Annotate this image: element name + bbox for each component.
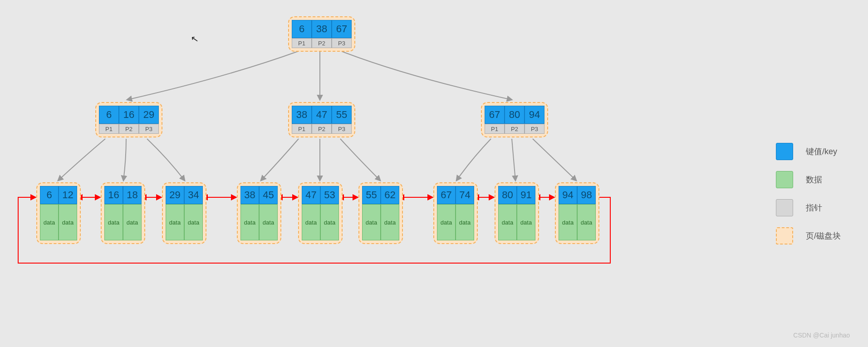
- swatch-data: [776, 171, 793, 188]
- internal-node-3: 67P1 80P2 94P3: [481, 102, 548, 137]
- legend-label-key: 键值/key: [806, 146, 837, 157]
- legend: 键值/key 数据 指针 页/磁盘块: [776, 143, 841, 244]
- leaf-node-5: 47data 53data: [298, 182, 343, 244]
- legend-label-data: 数据: [806, 174, 822, 185]
- cursor-icon: ↖: [190, 33, 200, 45]
- legend-label-page: 页/磁盘块: [806, 230, 841, 241]
- legend-page: 页/磁盘块: [776, 227, 841, 244]
- leaf-node-6: 55data 62data: [358, 182, 403, 244]
- swatch-key: [776, 143, 793, 160]
- leaf-node-2: 16data 18data: [101, 182, 145, 244]
- internal-node-1: 6P1 16P2 29P3: [95, 102, 162, 137]
- leaf-node-7: 67data 74data: [433, 182, 478, 244]
- swatch-ptr: [776, 199, 793, 216]
- leaf-node-8: 80data 91data: [495, 182, 539, 244]
- legend-key: 键值/key: [776, 143, 841, 160]
- legend-label-ptr: 指针: [806, 202, 822, 213]
- leaf-node-9: 94data 98data: [555, 182, 599, 244]
- leaf-node-3: 29data 34data: [162, 182, 206, 244]
- root-node: 6P1 38P2 67P3: [288, 16, 355, 52]
- leaf-node-1: 6data 12data: [36, 182, 81, 244]
- internal-node-2: 38P1 47P2 55P3: [288, 102, 355, 137]
- diagram-canvas: ↖: [0, 0, 868, 347]
- legend-data: 数据: [776, 171, 841, 188]
- swatch-page: [776, 227, 793, 244]
- leaf-node-4: 38data 45data: [237, 182, 281, 244]
- watermark: CSDN @Cai junhao: [793, 332, 850, 339]
- connector-layer: [0, 0, 868, 347]
- legend-ptr: 指针: [776, 199, 841, 216]
